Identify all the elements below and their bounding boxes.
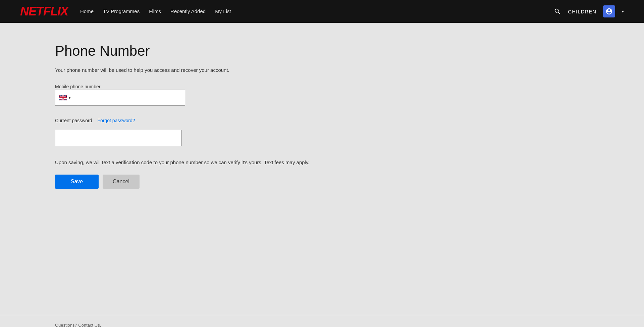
current-password-label: Current password — [55, 118, 92, 123]
nav-links: Home TV Programmes Films Recently Added … — [80, 8, 231, 14]
password-label-row: Current password Forgot password? — [55, 118, 589, 127]
navbar: NETFLIX Home TV Programmes Films Recentl… — [0, 0, 644, 23]
cancel-button[interactable]: Cancel — [103, 175, 140, 189]
description-text: Your phone number will be used to help y… — [55, 67, 589, 73]
children-label: CHILDREN — [568, 9, 596, 14]
profile-face-icon — [605, 8, 613, 15]
nav-item-tv-programmes[interactable]: TV Programmes — [103, 8, 140, 14]
password-section: Current password Forgot password? — [55, 118, 589, 146]
country-selector[interactable]: ▾ — [55, 90, 78, 106]
nav-link-films[interactable]: Films — [149, 8, 161, 14]
nav-item-my-list[interactable]: My List — [215, 8, 231, 14]
phone-number-input[interactable] — [78, 90, 185, 106]
profile-avatar[interactable] — [603, 5, 615, 17]
search-icon — [554, 8, 561, 15]
nav-item-films[interactable]: Films — [149, 8, 161, 14]
navbar-right: CHILDREN ▾ — [554, 5, 624, 17]
main-content: Phone Number Your phone number will be u… — [0, 23, 644, 315]
save-button[interactable]: Save — [55, 175, 99, 189]
profile-dropdown-arrow[interactable]: ▾ — [622, 9, 624, 14]
button-row: Save Cancel — [55, 175, 589, 189]
country-dropdown-arrow: ▾ — [69, 96, 71, 100]
search-button[interactable] — [554, 8, 561, 15]
phone-input-wrapper: ▾ — [55, 90, 589, 106]
footer-hint: Questions? Contact Us. — [55, 323, 101, 327]
footer-area: Questions? Contact Us. — [0, 315, 644, 327]
nav-item-recently-added[interactable]: Recently Added — [170, 8, 206, 14]
nav-link-home[interactable]: Home — [80, 8, 94, 14]
saving-notice: Upon saving, we will text a verification… — [55, 159, 390, 165]
nav-item-home[interactable]: Home — [80, 8, 94, 14]
page-title: Phone Number — [55, 43, 589, 59]
navbar-left: NETFLIX Home TV Programmes Films Recentl… — [20, 4, 231, 18]
phone-field-group: Mobile phone number ▾ — [55, 84, 589, 106]
mobile-phone-label: Mobile phone number — [55, 84, 100, 89]
nav-link-my-list[interactable]: My List — [215, 8, 231, 14]
forgot-password-link[interactable]: Forgot password? — [98, 118, 135, 123]
current-password-input[interactable] — [55, 130, 182, 146]
nav-link-tv-programmes[interactable]: TV Programmes — [103, 8, 140, 14]
netflix-logo[interactable]: NETFLIX — [20, 4, 68, 18]
uk-flag-icon — [59, 95, 67, 100]
nav-link-recently-added[interactable]: Recently Added — [170, 8, 206, 14]
